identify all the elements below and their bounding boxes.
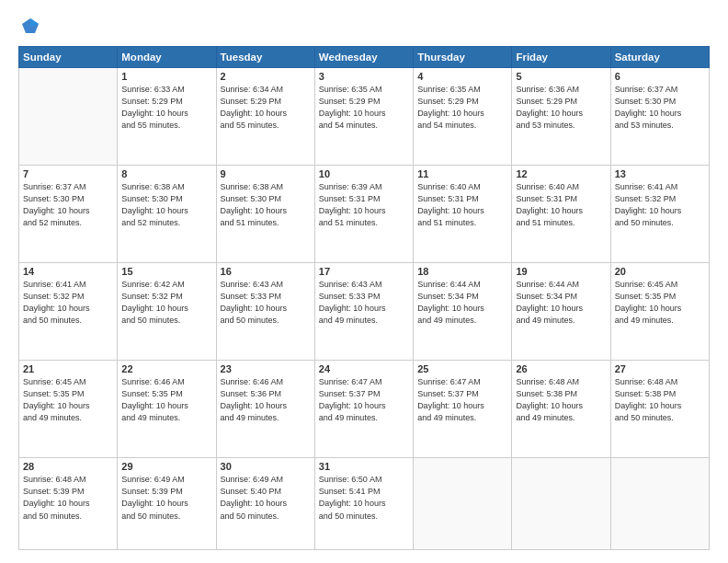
- day-info-text: Sunrise: 6:39 AMSunset: 5:31 PMDaylight:…: [319, 181, 409, 229]
- day-info-text: Sunrise: 6:48 AMSunset: 5:38 PMDaylight:…: [615, 376, 705, 424]
- day-number: 27: [615, 363, 705, 374]
- day-number: 6: [615, 71, 705, 82]
- calendar-day-cell: 11Sunrise: 6:40 AMSunset: 5:31 PMDayligh…: [414, 166, 512, 263]
- calendar-day-cell: 31Sunrise: 6:50 AMSunset: 5:41 PMDayligh…: [314, 458, 413, 550]
- calendar-day-cell: 22Sunrise: 6:46 AMSunset: 5:35 PMDayligh…: [118, 361, 216, 458]
- day-number: 28: [23, 461, 113, 472]
- day-number: 23: [221, 363, 311, 374]
- day-number: 13: [615, 168, 705, 179]
- calendar-day-cell: 25Sunrise: 6:47 AMSunset: 5:37 PMDayligh…: [414, 361, 512, 458]
- day-number: 20: [615, 266, 705, 277]
- logo-flag-icon: [20, 17, 40, 37]
- calendar-day-cell: 17Sunrise: 6:43 AMSunset: 5:33 PMDayligh…: [314, 263, 413, 361]
- day-info-text: Sunrise: 6:36 AMSunset: 5:29 PMDaylight:…: [516, 84, 606, 132]
- day-number: 19: [516, 266, 606, 277]
- day-number: 14: [23, 266, 113, 277]
- calendar-day-cell: 8Sunrise: 6:38 AMSunset: 5:30 PMDaylight…: [118, 166, 216, 263]
- weekday-header-wednesday: Wednesday: [314, 47, 413, 68]
- calendar-day-cell: 19Sunrise: 6:44 AMSunset: 5:34 PMDayligh…: [512, 263, 610, 361]
- day-info-text: Sunrise: 6:37 AMSunset: 5:30 PMDaylight:…: [23, 181, 113, 229]
- day-number: 18: [417, 266, 507, 277]
- day-info-text: Sunrise: 6:43 AMSunset: 5:33 PMDaylight:…: [319, 279, 409, 327]
- day-info-text: Sunrise: 6:50 AMSunset: 5:41 PMDaylight:…: [319, 474, 409, 522]
- logo: [18, 17, 40, 37]
- day-number: 15: [121, 266, 211, 277]
- calendar-day-cell: 14Sunrise: 6:41 AMSunset: 5:32 PMDayligh…: [19, 263, 118, 361]
- calendar-day-cell: 15Sunrise: 6:42 AMSunset: 5:32 PMDayligh…: [118, 263, 216, 361]
- day-number: 29: [121, 461, 211, 472]
- calendar-day-cell: 18Sunrise: 6:44 AMSunset: 5:34 PMDayligh…: [414, 263, 512, 361]
- day-info-text: Sunrise: 6:43 AMSunset: 5:33 PMDaylight:…: [221, 279, 311, 327]
- weekday-header-sunday: Sunday: [19, 47, 118, 68]
- day-number: 5: [516, 71, 606, 82]
- day-info-text: Sunrise: 6:41 AMSunset: 5:32 PMDaylight:…: [23, 279, 113, 327]
- weekday-header-thursday: Thursday: [414, 47, 512, 68]
- weekday-header-row: SundayMondayTuesdayWednesdayThursdayFrid…: [19, 47, 710, 68]
- day-number: 7: [23, 168, 113, 179]
- day-number: 2: [221, 71, 311, 82]
- day-number: 10: [319, 168, 409, 179]
- day-info-text: Sunrise: 6:49 AMSunset: 5:39 PMDaylight:…: [121, 474, 211, 522]
- calendar-day-cell: 28Sunrise: 6:48 AMSunset: 5:39 PMDayligh…: [19, 458, 118, 550]
- day-number: 1: [121, 71, 211, 82]
- calendar-day-cell: 24Sunrise: 6:47 AMSunset: 5:37 PMDayligh…: [314, 361, 413, 458]
- day-info-text: Sunrise: 6:46 AMSunset: 5:35 PMDaylight:…: [121, 376, 211, 424]
- day-number: 12: [516, 168, 606, 179]
- day-info-text: Sunrise: 6:45 AMSunset: 5:35 PMDaylight:…: [23, 376, 113, 424]
- calendar-day-cell: 10Sunrise: 6:39 AMSunset: 5:31 PMDayligh…: [314, 166, 413, 263]
- calendar-table: SundayMondayTuesdayWednesdayThursdayFrid…: [18, 46, 710, 550]
- day-number: 16: [221, 266, 311, 277]
- calendar-day-cell: 21Sunrise: 6:45 AMSunset: 5:35 PMDayligh…: [19, 361, 118, 458]
- calendar-day-cell: 7Sunrise: 6:37 AMSunset: 5:30 PMDaylight…: [19, 166, 118, 263]
- day-info-text: Sunrise: 6:47 AMSunset: 5:37 PMDaylight:…: [417, 376, 507, 424]
- day-number: 26: [516, 363, 606, 374]
- day-number: 8: [121, 168, 211, 179]
- header: [18, 17, 710, 37]
- day-number: 25: [417, 363, 507, 374]
- day-info-text: Sunrise: 6:35 AMSunset: 5:29 PMDaylight:…: [417, 84, 507, 132]
- day-number: 9: [221, 168, 311, 179]
- weekday-header-monday: Monday: [118, 47, 216, 68]
- day-number: 22: [121, 363, 211, 374]
- day-info-text: Sunrise: 6:46 AMSunset: 5:36 PMDaylight:…: [221, 376, 311, 424]
- weekday-header-friday: Friday: [512, 47, 610, 68]
- day-info-text: Sunrise: 6:48 AMSunset: 5:39 PMDaylight:…: [23, 474, 113, 522]
- calendar-day-cell: [414, 458, 512, 550]
- page: SundayMondayTuesdayWednesdayThursdayFrid…: [0, 0, 728, 563]
- day-info-text: Sunrise: 6:37 AMSunset: 5:30 PMDaylight:…: [615, 84, 705, 132]
- calendar-day-cell: 4Sunrise: 6:35 AMSunset: 5:29 PMDaylight…: [414, 68, 512, 166]
- day-info-text: Sunrise: 6:44 AMSunset: 5:34 PMDaylight:…: [516, 279, 606, 327]
- day-info-text: Sunrise: 6:49 AMSunset: 5:40 PMDaylight:…: [221, 474, 311, 522]
- calendar-day-cell: 16Sunrise: 6:43 AMSunset: 5:33 PMDayligh…: [216, 263, 314, 361]
- day-info-text: Sunrise: 6:42 AMSunset: 5:32 PMDaylight:…: [121, 279, 211, 327]
- day-info-text: Sunrise: 6:45 AMSunset: 5:35 PMDaylight:…: [615, 279, 705, 327]
- calendar-day-cell: 20Sunrise: 6:45 AMSunset: 5:35 PMDayligh…: [610, 263, 709, 361]
- day-number: 11: [417, 168, 507, 179]
- day-number: 17: [319, 266, 409, 277]
- calendar-day-cell: 3Sunrise: 6:35 AMSunset: 5:29 PMDaylight…: [314, 68, 413, 166]
- day-info-text: Sunrise: 6:41 AMSunset: 5:32 PMDaylight:…: [615, 181, 705, 229]
- calendar-day-cell: 26Sunrise: 6:48 AMSunset: 5:38 PMDayligh…: [512, 361, 610, 458]
- calendar-week-row: 7Sunrise: 6:37 AMSunset: 5:30 PMDaylight…: [19, 166, 710, 263]
- day-number: 21: [23, 363, 113, 374]
- day-info-text: Sunrise: 6:38 AMSunset: 5:30 PMDaylight:…: [121, 181, 211, 229]
- day-info-text: Sunrise: 6:35 AMSunset: 5:29 PMDaylight:…: [319, 84, 409, 132]
- weekday-header-tuesday: Tuesday: [216, 47, 314, 68]
- calendar-day-cell: 5Sunrise: 6:36 AMSunset: 5:29 PMDaylight…: [512, 68, 610, 166]
- calendar-day-cell: 27Sunrise: 6:48 AMSunset: 5:38 PMDayligh…: [610, 361, 709, 458]
- calendar-day-cell: 2Sunrise: 6:34 AMSunset: 5:29 PMDaylight…: [216, 68, 314, 166]
- day-number: 31: [319, 461, 409, 472]
- calendar-day-cell: 23Sunrise: 6:46 AMSunset: 5:36 PMDayligh…: [216, 361, 314, 458]
- day-info-text: Sunrise: 6:48 AMSunset: 5:38 PMDaylight:…: [516, 376, 606, 424]
- day-info-text: Sunrise: 6:47 AMSunset: 5:37 PMDaylight:…: [319, 376, 409, 424]
- day-info-text: Sunrise: 6:38 AMSunset: 5:30 PMDaylight:…: [221, 181, 311, 229]
- day-number: 30: [221, 461, 311, 472]
- calendar-week-row: 28Sunrise: 6:48 AMSunset: 5:39 PMDayligh…: [19, 458, 710, 550]
- calendar-day-cell: 29Sunrise: 6:49 AMSunset: 5:39 PMDayligh…: [118, 458, 216, 550]
- day-number: 3: [319, 71, 409, 82]
- day-info-text: Sunrise: 6:40 AMSunset: 5:31 PMDaylight:…: [417, 181, 507, 229]
- day-info-text: Sunrise: 6:33 AMSunset: 5:29 PMDaylight:…: [121, 84, 211, 132]
- calendar-day-cell: [610, 458, 709, 550]
- day-info-text: Sunrise: 6:34 AMSunset: 5:29 PMDaylight:…: [221, 84, 311, 132]
- day-number: 24: [319, 363, 409, 374]
